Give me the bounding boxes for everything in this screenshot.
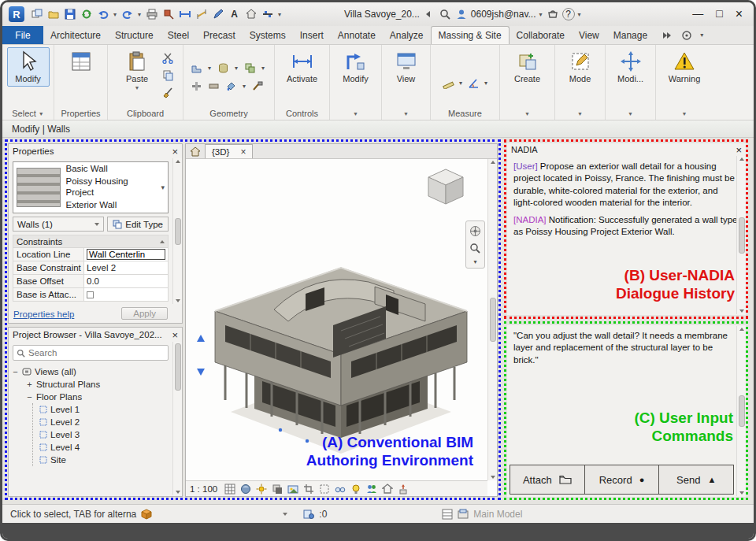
- visual-style-icon[interactable]: [239, 482, 252, 495]
- tree-item-level-3[interactable]: Level 3: [33, 428, 169, 441]
- demolish-icon[interactable]: [250, 80, 265, 94]
- account-name[interactable]: 0609jsh@nav...: [471, 9, 536, 20]
- viewport-scrollbar[interactable]: [487, 159, 497, 480]
- default-3d-view-icon[interactable]: [243, 7, 258, 22]
- browser-scrollbar[interactable]: [172, 342, 182, 495]
- account-dropdown-icon[interactable]: ▾: [538, 11, 544, 18]
- record-button[interactable]: Record ●: [585, 465, 660, 495]
- tab-insert[interactable]: Insert: [293, 26, 331, 44]
- paste-button[interactable]: Paste ▼: [116, 47, 158, 94]
- base-constraint-value[interactable]: Level 2: [84, 261, 168, 274]
- panel-label-properties[interactable]: Properties: [54, 108, 107, 119]
- base-offset-value[interactable]: 0.0: [84, 275, 168, 287]
- view-button[interactable]: View: [385, 47, 428, 87]
- zoom-dropdown-icon[interactable]: ▾: [472, 258, 479, 265]
- model-canvas[interactable]: ▾: [186, 159, 487, 480]
- panel-label-select[interactable]: Select▼: [2, 108, 54, 119]
- properties-scrollbar[interactable]: [172, 158, 182, 304]
- crop-view-icon[interactable]: [302, 482, 315, 495]
- tree-item-structural-plans[interactable]: + Structural Plans: [12, 378, 169, 391]
- villa-savoye-3d-model[interactable]: [187, 164, 487, 479]
- ribbon-state-dropdown-icon[interactable]: ▾: [699, 31, 705, 39]
- panel-label-view-dropdown[interactable]: ▼: [382, 108, 430, 119]
- modify-tab-arrows-icon[interactable]: [659, 28, 674, 43]
- activate-dimensions-button[interactable]: Activate: [281, 47, 324, 87]
- tab-collaborate[interactable]: Collaborate: [510, 26, 572, 44]
- wall-joins-icon[interactable]: [189, 80, 203, 94]
- ribbon-state-icon[interactable]: [679, 28, 694, 43]
- selection-dropdown-icon[interactable]: [94, 223, 99, 226]
- print-icon[interactable]: [144, 7, 159, 22]
- panel-label-modify-dropdown[interactable]: ▼: [330, 108, 381, 119]
- tree-item-level-2[interactable]: Level 2: [33, 416, 169, 428]
- type-selector-dropdown-icon[interactable]: ▾: [161, 183, 165, 191]
- active-design-option[interactable]: Main Model: [473, 509, 522, 520]
- section-icon[interactable]: [260, 7, 275, 22]
- dimension-icon[interactable]: [194, 7, 209, 22]
- sun-path-icon[interactable]: [254, 482, 268, 495]
- attach-button[interactable]: Attach: [510, 465, 585, 495]
- viewcube[interactable]: [424, 165, 467, 208]
- tab-structure[interactable]: Structure: [108, 26, 161, 44]
- maximize-button[interactable]: □: [716, 8, 722, 20]
- shadows-icon[interactable]: [270, 482, 284, 495]
- tree-item-level-1[interactable]: Level 1: [33, 403, 169, 416]
- join-dropdown-icon[interactable]: ▾: [260, 65, 266, 72]
- windows-icon[interactable]: [29, 7, 44, 22]
- search-icon[interactable]: [438, 7, 453, 22]
- displace-elements-icon[interactable]: [396, 482, 410, 495]
- tab-annotate[interactable]: Annotate: [331, 26, 383, 44]
- edit-type-button[interactable]: Edit Type: [107, 217, 169, 232]
- panel-label-modi-dropdown[interactable]: ▼: [606, 108, 655, 119]
- open-folder-icon[interactable]: [46, 7, 61, 22]
- measure-ruler-icon[interactable]: [441, 76, 455, 90]
- properties-help-link[interactable]: Properties help: [13, 309, 74, 319]
- type-selector[interactable]: Basic Wall Poissy Housing Project Exteri…: [13, 161, 169, 213]
- measure-icon[interactable]: [177, 7, 192, 22]
- design-options-icon[interactable]: [458, 509, 469, 520]
- join-icon[interactable]: [243, 61, 257, 76]
- properties-close-icon[interactable]: ×: [172, 146, 178, 157]
- save-icon[interactable]: [62, 7, 77, 22]
- panel-label-geometry[interactable]: Geometry: [183, 108, 274, 119]
- modi-button[interactable]: Modi...: [610, 47, 652, 87]
- warning-button[interactable]: Warning: [663, 47, 706, 87]
- tab-systems[interactable]: Systems: [243, 26, 293, 44]
- mode-button[interactable]: Mode: [559, 47, 602, 87]
- tab-architecture[interactable]: Architecture: [43, 26, 108, 44]
- tab-massing-site[interactable]: Massing & Site: [431, 26, 510, 44]
- tag-icon[interactable]: [161, 7, 176, 22]
- tab-analyze[interactable]: Analyze: [383, 26, 431, 44]
- zoom-tool-icon[interactable]: [469, 241, 483, 255]
- modify-button[interactable]: Modify: [7, 47, 50, 87]
- tab-manage[interactable]: Manage: [606, 26, 654, 44]
- nadia-close-icon[interactable]: ×: [736, 144, 742, 156]
- paint-dropdown-icon[interactable]: ▾: [241, 83, 247, 90]
- angle-dropdown-icon[interactable]: ▾: [483, 80, 489, 87]
- tab-view[interactable]: View: [572, 26, 606, 44]
- create-button[interactable]: Create: [506, 47, 549, 87]
- user-account-icon[interactable]: [454, 7, 469, 22]
- cut-geometry-icon[interactable]: [216, 61, 230, 76]
- customize-qat-dropdown-icon[interactable]: ▾: [276, 11, 283, 18]
- temporary-view-properties-icon[interactable]: [380, 482, 394, 495]
- cut-dropdown-icon[interactable]: ▾: [233, 65, 239, 72]
- browser-search[interactable]: [13, 345, 169, 361]
- user-command-text[interactable]: "Can you adjust the wall detail? It need…: [513, 330, 739, 366]
- undo-icon[interactable]: [95, 7, 110, 22]
- panel-label-create-dropdown[interactable]: ▼: [500, 108, 554, 119]
- search-input[interactable]: [28, 348, 165, 358]
- show-crop-region-icon[interactable]: [317, 482, 331, 495]
- group-collapse-icon[interactable]: [160, 240, 165, 243]
- editing-requests-icon[interactable]: [303, 509, 314, 520]
- rendering-icon[interactable]: [286, 482, 299, 495]
- help-dropdown-icon[interactable]: ▾: [576, 11, 583, 18]
- status-dropdown-icon[interactable]: [283, 513, 287, 516]
- panel-label-warning-dropdown[interactable]: ▼: [656, 108, 713, 119]
- home-icon[interactable]: [186, 144, 205, 158]
- cope-dropdown-icon[interactable]: ▾: [206, 65, 213, 72]
- selection-filter[interactable]: Walls (1): [13, 217, 104, 232]
- tree-item-site[interactable]: Site: [33, 454, 169, 466]
- redo-dropdown-icon[interactable]: ▾: [136, 11, 143, 18]
- base-attached-checkbox[interactable]: [87, 291, 94, 298]
